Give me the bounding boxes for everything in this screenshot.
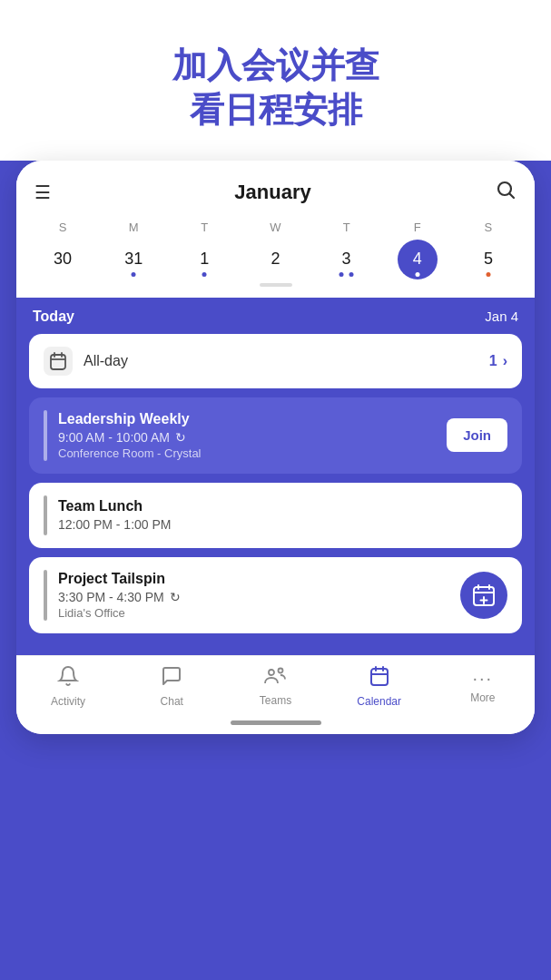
date-31[interactable]: 31 (113, 240, 153, 279)
more-icon: ··· (473, 668, 494, 689)
menu-icon[interactable]: ☰ (34, 181, 51, 203)
nav-label-teams: Teams (260, 694, 291, 707)
svg-point-13 (279, 668, 283, 672)
svg-point-12 (269, 670, 274, 675)
bottom-nav: Activity Chat (16, 655, 535, 713)
today-row: Today Jan 4 (29, 298, 522, 334)
event-accent-bar-lunch (44, 495, 47, 535)
svg-rect-2 (51, 355, 65, 369)
event-title-tailspin: Project Tailspin (58, 571, 398, 587)
date-30[interactable]: 30 (43, 240, 83, 279)
search-icon[interactable] (495, 179, 517, 206)
activity-icon (57, 665, 79, 692)
date-3[interactable]: 3 (327, 240, 367, 279)
week-dates: 30 31 1 2 3 (27, 240, 524, 279)
event-title-leadership: Leadership Weekly (58, 411, 436, 427)
day-label-t2: T (327, 220, 367, 234)
nav-item-calendar[interactable]: Calendar (348, 665, 411, 708)
nav-label-calendar: Calendar (357, 695, 401, 708)
event-location-leadership: Conference Room - Crystal (58, 446, 436, 460)
event-title-lunch: Team Lunch (58, 498, 507, 514)
day-label-s2: S (468, 220, 508, 234)
calendar-body: Today Jan 4 All-day 1 › (16, 298, 535, 655)
calendar-month-title: January (234, 181, 310, 204)
dot-1 (202, 272, 207, 277)
today-label: Today (33, 309, 74, 325)
join-button-leadership[interactable]: Join (447, 418, 507, 452)
fab-calendar-button[interactable] (460, 572, 507, 619)
calendar-header: ☰ January (16, 161, 535, 215)
event-time-tailspin: 3:30 PM - 4:30 PM ↻ (58, 590, 398, 604)
event-location-tailspin: Lidia's Office (58, 606, 398, 620)
refresh-icon-tailspin: ↻ (170, 590, 181, 604)
svg-line-1 (509, 193, 514, 198)
allday-card[interactable]: All-day 1 › (29, 334, 522, 388)
nav-item-teams[interactable]: Teams (243, 666, 307, 707)
hero-title: 加入会议并查 看日程安排 (36, 44, 515, 133)
allday-chevron-icon: › (503, 353, 507, 369)
event-leadership-weekly[interactable]: Leadership Weekly 9:00 AM - 10:00 AM ↻ C… (29, 397, 522, 474)
dot-5 (486, 272, 490, 277)
dot-4 (415, 272, 419, 277)
chat-icon (161, 665, 182, 692)
event-info-tailspin: Project Tailspin 3:30 PM - 4:30 PM ↻ Lid… (58, 571, 398, 620)
nav-item-activity[interactable]: Activity (36, 665, 100, 708)
event-project-tailspin[interactable]: Project Tailspin 3:30 PM - 4:30 PM ↻ Lid… (29, 557, 522, 633)
allday-count: 1 (489, 353, 497, 369)
dot-3a (339, 272, 344, 277)
date-2[interactable]: 2 (255, 240, 295, 279)
event-time-lunch: 12:00 PM - 1:00 PM (58, 517, 507, 532)
week-strip: S M T W T F S 30 31 1 (16, 215, 535, 298)
scroll-bar (260, 283, 292, 287)
dot-3b (349, 272, 353, 277)
day-label-f: F (398, 220, 438, 234)
date-5[interactable]: 5 (468, 240, 508, 279)
nav-label-chat: Chat (161, 695, 183, 708)
day-label-w: W (255, 220, 295, 234)
nav-item-more[interactable]: ··· More (451, 668, 515, 704)
hero-section: 加入会议并查 看日程安排 (0, 0, 551, 161)
event-team-lunch[interactable]: Team Lunch 12:00 PM - 1:00 PM (29, 483, 522, 548)
refresh-icon-leadership: ↻ (175, 430, 186, 445)
phone-card: ☰ January S M T W T F S (16, 161, 535, 734)
allday-icon (44, 347, 73, 376)
week-day-labels: S M T W T F S (27, 220, 524, 234)
allday-label: All-day (84, 353, 478, 369)
home-indicator (16, 713, 535, 734)
home-bar (231, 720, 321, 725)
event-time-leadership: 9:00 AM - 10:00 AM ↻ (58, 430, 436, 445)
date-4-active[interactable]: 4 (398, 240, 438, 279)
allday-count-row: 1 › (489, 353, 507, 369)
day-label-t1: T (184, 220, 224, 234)
nav-label-activity: Activity (51, 695, 85, 708)
date-1[interactable]: 1 (184, 240, 224, 279)
nav-label-more: More (470, 691, 495, 704)
dot-31 (132, 272, 136, 277)
nav-item-chat[interactable]: Chat (140, 665, 203, 708)
day-label-m: M (113, 220, 153, 234)
svg-rect-14 (371, 669, 388, 685)
event-accent-bar-leadership (44, 410, 47, 461)
calendar-icon (369, 665, 390, 692)
event-info-lunch: Team Lunch 12:00 PM - 1:00 PM (58, 498, 507, 532)
today-date: Jan 4 (485, 309, 518, 324)
day-label-s1: S (43, 220, 83, 234)
scroll-indicator (27, 283, 524, 287)
event-accent-bar-tailspin (44, 570, 47, 621)
event-info-leadership: Leadership Weekly 9:00 AM - 10:00 AM ↻ C… (58, 411, 436, 460)
teams-icon (263, 666, 287, 691)
phone-container: ☰ January S M T W T F S (0, 161, 551, 980)
